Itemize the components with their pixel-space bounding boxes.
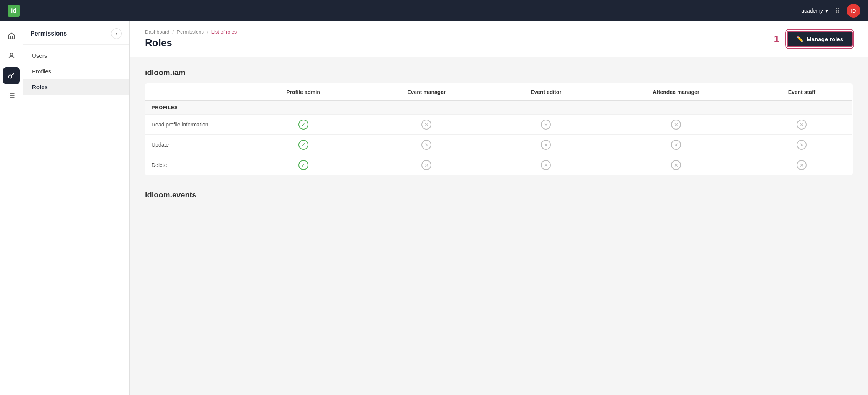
section-idloom-events: idloom.events [145, 191, 853, 199]
cell-read-profile-admin: ✓ [245, 115, 362, 135]
sidebar-item-profiles[interactable]: Profiles [23, 63, 129, 79]
sidebar-icon-home[interactable] [3, 28, 20, 44]
x-icon: ✕ [671, 140, 681, 150]
sidebar-icon-list[interactable] [3, 87, 20, 104]
x-icon: ✕ [421, 160, 431, 170]
cell-update-event-editor: ✕ [491, 135, 601, 155]
cell-update-event-manager: ✕ [362, 135, 491, 155]
cell-read-event-manager: ✕ [362, 115, 491, 135]
icon-sidebar [0, 21, 23, 395]
content-area: Dashboard / Permissions / List of roles … [130, 21, 868, 395]
table-row: Update ✓ ✕ ✕ ✕ ✕ [145, 135, 853, 155]
app-logo: id [8, 5, 20, 17]
check-icon: ✓ [298, 120, 308, 130]
table-row: Delete ✓ ✕ ✕ ✕ ✕ [145, 155, 853, 175]
cell-read-attendee-manager: ✕ [601, 115, 751, 135]
x-icon: ✕ [797, 140, 807, 150]
row-label-read-profile: Read profile information [145, 115, 245, 135]
svg-point-0 [10, 53, 13, 56]
x-icon: ✕ [671, 120, 681, 130]
cell-delete-profile-admin: ✓ [245, 155, 362, 175]
sidebar-header: Permissions ‹ [23, 21, 129, 45]
main-layout: Permissions ‹ Users Profiles Roles Dashb… [0, 21, 868, 395]
page-header: Dashboard / Permissions / List of roles … [130, 21, 868, 57]
col-header-event-manager: Event manager [362, 84, 491, 101]
cell-update-attendee-manager: ✕ [601, 135, 751, 155]
col-header-event-editor: Event editor [491, 84, 601, 101]
breadcrumb-dashboard[interactable]: Dashboard [145, 29, 169, 35]
group-label-profiles: PROFILES [145, 101, 853, 115]
x-icon: ✕ [541, 120, 551, 130]
x-icon: ✕ [541, 160, 551, 170]
roles-table-iam: Profile admin Event manager Event editor… [145, 83, 853, 175]
workspace-label: academy [801, 8, 823, 14]
table-header-row: Profile admin Event manager Event editor… [145, 84, 853, 101]
x-icon: ✕ [671, 160, 681, 170]
main-content: idloom.iam Profile admin Event manager E… [130, 57, 868, 226]
cell-update-event-staff: ✕ [751, 135, 853, 155]
check-icon: ✓ [298, 140, 308, 150]
nav-left: id [8, 5, 20, 17]
apps-grid-icon[interactable]: ⠿ [835, 6, 840, 15]
page-title: Roles [145, 37, 237, 49]
sidebar-item-roles[interactable]: Roles [23, 79, 129, 95]
sidebar-title: Permissions [31, 30, 67, 37]
sidebar-nav: Users Profiles Roles [23, 45, 129, 98]
x-icon: ✕ [421, 140, 431, 150]
section-idloom-iam: idloom.iam Profile admin Event manager E… [145, 68, 853, 175]
page-header-right: 1 ✏️ Manage roles [774, 31, 853, 47]
roles-count-badge: 1 [774, 34, 779, 44]
breadcrumb: Dashboard / Permissions / List of roles [145, 29, 237, 35]
sidebar-collapse-button[interactable]: ‹ [111, 28, 122, 39]
cell-delete-event-manager: ✕ [362, 155, 491, 175]
cell-delete-event-staff: ✕ [751, 155, 853, 175]
col-header-event-staff: Event staff [751, 84, 853, 101]
sidebar-icon-key[interactable] [3, 67, 20, 84]
cell-read-event-staff: ✕ [751, 115, 853, 135]
check-icon: ✓ [298, 160, 308, 170]
breadcrumb-sep-1: / [173, 29, 174, 35]
x-icon: ✕ [421, 120, 431, 130]
cell-delete-event-editor: ✕ [491, 155, 601, 175]
manage-roles-label: Manage roles [807, 36, 843, 42]
x-icon: ✕ [541, 140, 551, 150]
row-label-update: Update [145, 135, 245, 155]
x-icon: ✕ [797, 160, 807, 170]
breadcrumb-permissions[interactable]: Permissions [177, 29, 204, 35]
sidebar-icon-users[interactable] [3, 47, 20, 64]
cell-update-profile-admin: ✓ [245, 135, 362, 155]
nav-right: academy ▾ ⠿ ID [801, 4, 860, 18]
col-header-profile-admin: Profile admin [245, 84, 362, 101]
top-navbar: id academy ▾ ⠿ ID [0, 0, 868, 21]
left-sidebar: Permissions ‹ Users Profiles Roles [23, 21, 130, 395]
cell-delete-attendee-manager: ✕ [601, 155, 751, 175]
user-avatar[interactable]: ID [847, 4, 860, 18]
breadcrumb-sep-2: / [207, 29, 208, 35]
manage-roles-button[interactable]: ✏️ Manage roles [787, 31, 853, 47]
section-events-title: idloom.events [145, 191, 853, 199]
group-header-profiles: PROFILES [145, 101, 853, 115]
row-label-delete: Delete [145, 155, 245, 175]
breadcrumb-list-of-roles: List of roles [211, 29, 237, 35]
col-header-empty [145, 84, 245, 101]
page-header-left: Dashboard / Permissions / List of roles … [145, 29, 237, 49]
cell-read-event-editor: ✕ [491, 115, 601, 135]
col-header-attendee-manager: Attendee manager [601, 84, 751, 101]
chevron-down-icon: ▾ [825, 8, 828, 14]
pencil-icon: ✏️ [796, 36, 803, 42]
table-row: Read profile information ✓ ✕ ✕ ✕ ✕ [145, 115, 853, 135]
sidebar-item-users[interactable]: Users [23, 48, 129, 63]
x-icon: ✕ [797, 120, 807, 130]
section-iam-title: idloom.iam [145, 68, 853, 77]
workspace-selector[interactable]: academy ▾ [801, 8, 828, 14]
